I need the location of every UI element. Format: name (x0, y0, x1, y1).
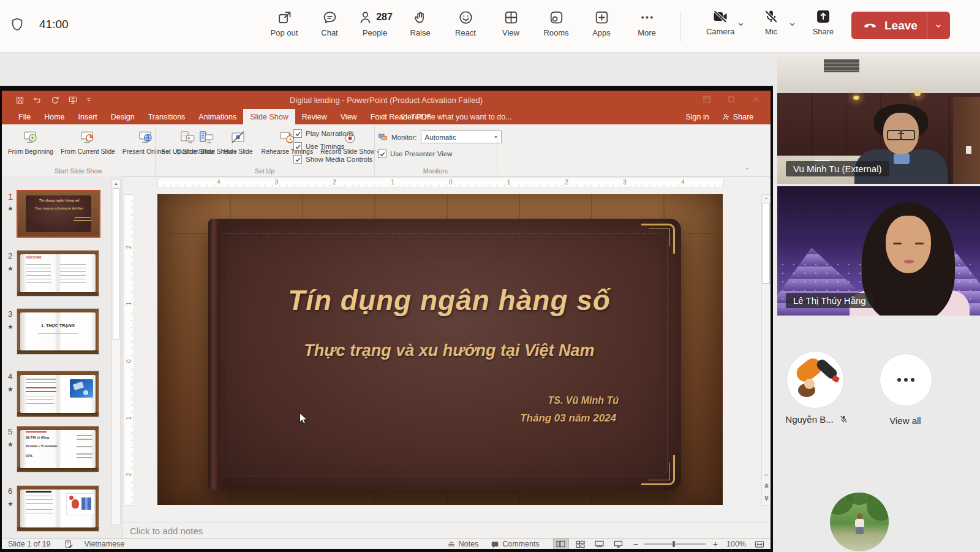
zoom-slider[interactable] (644, 543, 706, 545)
previous-slide-icon[interactable] (762, 482, 771, 490)
toolbar-people-button[interactable]: 287People (352, 0, 398, 52)
thumbnail-slide-3[interactable]: 3 ★ 1. THỰC TRẠNG (2, 308, 122, 357)
start-slideshow-icon[interactable] (68, 95, 78, 105)
normal-view-button[interactable] (553, 539, 569, 549)
collapse-ribbon-icon[interactable] (744, 165, 751, 172)
video-tile-1[interactable]: Vu Minh Tu (External) (777, 54, 980, 184)
camera-button[interactable]: Camera (702, 8, 739, 36)
undo-icon[interactable] (32, 96, 42, 105)
toolbar-chat-button[interactable]: Chat (307, 0, 352, 52)
thumbnail-slide-1[interactable]: 1 ★ Tín dụng ngân hàng số Thực trạng và … (2, 190, 122, 239)
ribbon: From Beginning From Current Slide Presen… (2, 124, 771, 177)
zoom-in-button[interactable]: + (713, 539, 718, 549)
tab-file[interactable]: File (12, 109, 37, 124)
redo-icon[interactable] (50, 95, 60, 105)
thumbnail-slide-6[interactable]: 6 ★ (2, 485, 122, 534)
slide-scrollbar[interactable] (761, 194, 771, 506)
mic-chevron-icon[interactable] (788, 20, 797, 29)
participant-avatar-photo[interactable] (830, 493, 889, 551)
slide-number: 2 (8, 251, 12, 260)
zoom-level[interactable]: 100% (726, 540, 746, 548)
notes-toggle[interactable]: Notes (447, 540, 479, 548)
slide-canvas[interactable]: Tín dụng ngân hàng số Thực trạng và xu h… (157, 194, 723, 505)
toolbar-rooms-button[interactable]: Rooms (533, 0, 579, 52)
fit-slide-to-window-icon[interactable] (755, 540, 764, 548)
language-indicator[interactable]: Vietnamese (85, 540, 125, 548)
view-all-button[interactable] (880, 354, 932, 406)
zoom-out-button[interactable]: − (633, 539, 638, 549)
checkbox-checked-icon (293, 155, 302, 164)
tab-home[interactable]: Home (37, 109, 71, 124)
window-title: Digital lending - PowerPoint (Product Ac… (124, 96, 648, 105)
set-up-slide-show-button[interactable]: Set Up Slide Show (157, 126, 219, 156)
use-timings-checkbox[interactable]: Use Timings (293, 142, 372, 151)
toolbar-pop-out-button[interactable]: Pop out (262, 0, 307, 52)
comments-toggle[interactable]: Comments (491, 540, 539, 548)
slide-sorter-view-button[interactable] (573, 539, 588, 549)
tab-design[interactable]: Design (104, 109, 141, 124)
toolbar-apps-button[interactable]: Apps (579, 0, 624, 52)
tell-me-box[interactable]: Tell me what you want to do... (399, 109, 512, 124)
save-icon[interactable] (15, 96, 24, 105)
tab-animations[interactable]: Animations (192, 109, 243, 124)
spellcheck-icon[interactable] (64, 540, 74, 549)
thumbnail-slide-2[interactable]: 2 ★ NỘI DUNG (2, 250, 122, 299)
monitor-select[interactable]: Automatic ▾ (421, 130, 502, 143)
tab-insert[interactable]: Insert (72, 109, 104, 124)
leave-button[interactable]: Leave (851, 12, 950, 39)
more-ellipsis-icon (639, 8, 655, 26)
scrollbar-thumb[interactable] (113, 188, 119, 339)
ruler-number: 2 (126, 243, 132, 251)
show-media-controls-checkbox[interactable]: Show Media Controls (293, 155, 372, 164)
toolbar-divider (680, 11, 680, 42)
tab-transitions[interactable]: Transitions (141, 109, 192, 124)
scroll-up-icon[interactable] (762, 196, 771, 201)
toolbar-more-button[interactable]: More (624, 0, 669, 52)
slide-number: 1 (8, 191, 13, 202)
muted-mic-icon (839, 414, 849, 425)
leave-chevron-icon[interactable] (927, 21, 950, 31)
thumbnail-scrollbar[interactable]: ▲ (111, 180, 121, 524)
hide-slide-button[interactable]: Hide Slide (219, 126, 258, 156)
participant-avatar[interactable] (786, 351, 844, 409)
ruler-number: 3 (274, 179, 280, 186)
toolbar-raise-button[interactable]: Raise (398, 0, 443, 52)
reading-view-button[interactable] (592, 539, 607, 549)
camera-chevron-icon[interactable] (736, 20, 745, 29)
notes-pane[interactable]: Click to add notes (123, 523, 771, 539)
use-presenter-view-checkbox[interactable]: Use Presenter View (378, 149, 452, 158)
mic-button[interactable]: Mic (757, 8, 785, 36)
ruler-number: 4 (680, 179, 686, 186)
group-label: Monitors (374, 167, 497, 175)
tab-view[interactable]: View (334, 109, 364, 124)
qat-customize-chevron-icon[interactable] (86, 97, 92, 103)
tab-slide-show[interactable]: Slide Show (243, 109, 295, 124)
scroll-down-icon[interactable] (762, 472, 771, 477)
sign-in-link[interactable]: Sign in (685, 113, 709, 121)
toolbar-react-button[interactable]: React (443, 0, 488, 52)
shield-icon (9, 17, 25, 32)
from-beginning-button[interactable]: From Beginning (4, 126, 57, 156)
button-label: Set Up Slide Show (161, 148, 215, 156)
slide-show-view-button[interactable] (611, 539, 626, 549)
monitor-label: Monitor: (391, 134, 417, 141)
thumbnail-slide-5[interactable]: 5 ★ 99.740 tỷ đồng 46 banks + 55 neobank… (2, 426, 122, 475)
slide-title: Tín dụng ngân hàng số (194, 284, 704, 317)
toolbar-button-label: Apps (592, 28, 611, 37)
scrollbar-thumb[interactable] (763, 203, 770, 284)
share-button[interactable]: Share (807, 8, 839, 36)
video-tile-2[interactable]: Lê Thị Thúy Hằng (777, 186, 980, 316)
ppt-tab-strip: FileHomeInsertDesignTransitionsAnimation… (2, 109, 771, 124)
from-current-slide-button[interactable]: From Current Slide (57, 126, 119, 156)
play-narrations-checkbox[interactable]: Play Narrations (293, 129, 372, 138)
ruler-number: 2 (564, 179, 570, 186)
zoom-slider-thumb[interactable] (673, 541, 675, 547)
window-controls[interactable] (703, 96, 760, 103)
tab-review[interactable]: Review (295, 109, 334, 124)
next-slide-icon[interactable] (762, 494, 771, 502)
scroll-up-icon[interactable]: ▲ (112, 181, 120, 186)
toolbar-button-label: View (502, 28, 519, 37)
toolbar-view-button[interactable]: View (488, 0, 533, 52)
thumbnail-slide-4[interactable]: 4 ★ (2, 371, 122, 420)
ppt-share-button[interactable]: Share (722, 113, 753, 121)
